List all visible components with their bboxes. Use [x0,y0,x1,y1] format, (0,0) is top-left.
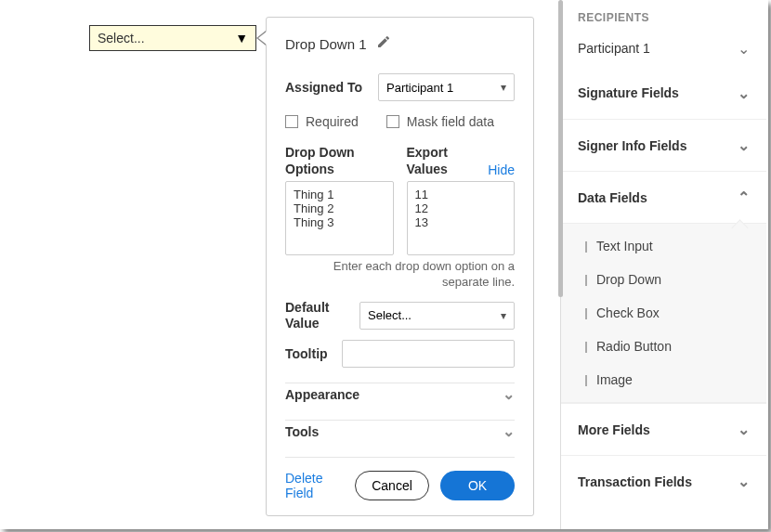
field-type-radio-button[interactable]: Radio Button [561,330,766,363]
section-label: Data Fields [578,190,647,205]
field-properties-popover: Drop Down 1 Assigned To Participant 1 Re… [266,17,534,516]
required-label: Required [306,114,359,129]
required-checkbox[interactable]: Required [285,114,359,129]
chevron-down-icon: ⌄ [503,422,515,440]
drag-handle-icon [585,308,587,318]
cancel-button[interactable]: Cancel [355,471,429,500]
section-label: Signature Fields [578,85,679,100]
appearance-label: Appearance [285,387,359,402]
hide-export-link[interactable]: Hide [488,162,515,177]
assigned-to-label: Assigned To [285,80,378,95]
field-title: Drop Down 1 [285,36,367,52]
drag-handle-icon [585,375,587,384]
options-hint: Enter each drop down option on a separat… [285,259,515,291]
section-label: Signer Info Fields [578,138,686,153]
assigned-to-value: Participant 1 [386,81,453,95]
field-type-label: Drop Down [596,272,661,287]
ok-button[interactable]: OK [440,471,515,500]
section-label: Transaction Fields [578,474,692,489]
edit-title-icon[interactable] [376,34,391,53]
right-sidebar: RECIPIENTS Participant 1 ⌄ Signature Fie… [560,0,766,529]
tools-accordion[interactable]: Tools ⌄ [285,421,515,442]
mask-checkbox[interactable]: Mask field data [386,114,494,129]
tooltip-label: Tooltip [285,346,329,362]
default-value-label: Default Value [285,300,346,331]
field-type-label: Text Input [596,239,653,253]
caret-down-icon: ▼ [235,31,248,45]
dropdown-form-field[interactable]: Select... ▼ [89,25,256,51]
field-type-text-input[interactable]: Text Input [561,229,766,263]
app-canvas: Select... ▼ Drop Down 1 Assigned To Part… [0,0,768,529]
tooltip-input[interactable] [342,340,515,368]
delete-field-link[interactable]: Delete Field [285,471,344,500]
scrollbar-thumb[interactable] [558,0,563,297]
drag-handle-icon [585,342,587,351]
chevron-down-icon: ⌄ [738,136,750,154]
options-textarea[interactable]: Thing 1 Thing 2 Thing 3 [285,181,394,255]
section-data-fields[interactable]: Data Fields ⌃ [561,171,766,223]
chevron-down-icon: ⌄ [503,385,515,403]
appearance-accordion[interactable]: Appearance ⌄ [285,383,515,405]
field-type-image[interactable]: Image [561,363,766,396]
checkbox-icon [285,115,298,128]
options-title: Drop Down Options [285,145,394,177]
field-type-label: Image [596,372,633,387]
mask-label: Mask field data [407,114,494,129]
recipient-value: Participant 1 [578,41,650,56]
drag-handle-icon [585,241,587,251]
tools-label: Tools [285,424,319,439]
assigned-to-select[interactable]: Participant 1 [378,73,515,101]
data-fields-panel: Text Input Drop Down Check Box Radio But… [561,223,766,403]
dropdown-placeholder: Select... [98,31,145,45]
checkbox-icon [386,115,399,128]
chevron-down-icon: ⌄ [738,473,750,490]
default-value-value: Select... [368,308,412,322]
chevron-up-icon: ⌃ [738,188,750,206]
export-textarea[interactable]: 11 12 13 [407,181,516,255]
chevron-down-icon: ⌄ [738,421,750,438]
field-type-label: Radio Button [596,339,672,354]
recipient-selector[interactable]: Participant 1 ⌄ [561,30,766,67]
section-more-fields[interactable]: More Fields ⌄ [561,403,766,455]
section-signer-info-fields[interactable]: Signer Info Fields ⌄ [561,119,766,171]
section-signature-fields[interactable]: Signature Fields ⌄ [561,67,766,119]
section-label: More Fields [578,422,650,437]
field-type-check-box[interactable]: Check Box [561,296,766,330]
field-type-label: Check Box [596,305,660,320]
drag-handle-icon [585,275,587,284]
export-title: Export Values [407,145,489,177]
default-value-select[interactable]: Select... [359,302,515,330]
popover-pointer-fill [258,32,267,45]
chevron-down-icon: ⌄ [738,40,750,58]
recipients-heading: RECIPIENTS [561,0,766,30]
chevron-down-icon: ⌄ [738,84,750,102]
field-type-drop-down[interactable]: Drop Down [561,263,766,296]
section-transaction-fields[interactable]: Transaction Fields ⌄ [561,455,766,507]
